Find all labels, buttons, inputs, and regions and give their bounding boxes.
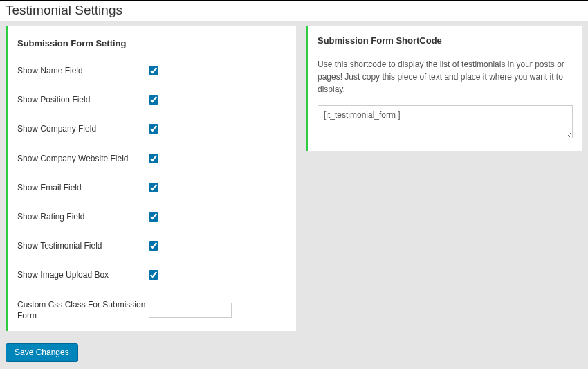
show-testimonial-checkbox[interactable] <box>149 241 158 251</box>
field-row-company: Show Company Field <box>17 123 286 134</box>
field-label: Show Company Website Field <box>17 153 149 164</box>
page-title: Testimonial Settings <box>6 3 582 18</box>
show-position-checkbox[interactable] <box>149 95 158 105</box>
field-label: Custom Css Class For Submission Form <box>17 299 149 321</box>
field-row-company-website: Show Company Website Field <box>17 153 286 164</box>
show-company-website-checkbox[interactable] <box>149 154 158 163</box>
field-label: Show Company Field <box>17 123 149 134</box>
field-row-testimonial: Show Testimonial Field <box>17 240 286 251</box>
show-image-upload-checkbox[interactable] <box>149 270 158 280</box>
content: Submission Form Setting Show Name Field … <box>0 21 588 336</box>
panel-heading: Submission Form Setting <box>17 38 286 48</box>
shortcode-description: Use this shortcode to display the list o… <box>318 58 573 96</box>
shortcode-panel: Submission Form ShortCode Use this short… <box>306 26 582 151</box>
field-row-name: Show Name Field <box>17 65 286 76</box>
field-label: Show Email Field <box>17 182 149 193</box>
show-company-checkbox[interactable] <box>149 124 158 134</box>
submission-form-settings-panel: Submission Form Setting Show Name Field … <box>6 26 296 331</box>
field-row-email: Show Email Field <box>17 182 286 193</box>
show-name-checkbox[interactable] <box>149 66 158 75</box>
field-row-image-upload: Show Image Upload Box <box>17 269 286 280</box>
field-label: Show Name Field <box>17 65 149 76</box>
save-changes-button[interactable]: Save Changes <box>6 343 78 361</box>
page-header: Testimonial Settings <box>0 0 588 21</box>
field-row-rating: Show Rating Field <box>17 211 286 222</box>
field-label: Show Image Upload Box <box>17 269 149 280</box>
field-label: Show Rating Field <box>17 211 149 222</box>
field-row-position: Show Position Field <box>17 94 286 105</box>
custom-css-input[interactable] <box>149 303 232 318</box>
show-email-checkbox[interactable] <box>149 183 158 192</box>
show-rating-checkbox[interactable] <box>149 212 158 222</box>
panel-heading: Submission Form ShortCode <box>318 35 573 46</box>
field-label: Show Position Field <box>17 94 149 105</box>
field-label: Show Testimonial Field <box>17 240 149 251</box>
shortcode-textarea[interactable]: [it_testimonial_form ] <box>318 105 573 138</box>
field-row-custom-css: Custom Css Class For Submission Form <box>17 299 286 321</box>
